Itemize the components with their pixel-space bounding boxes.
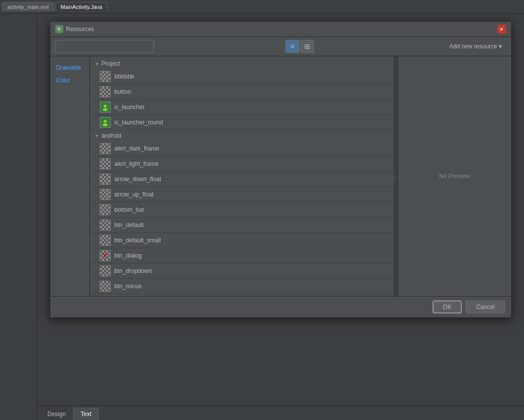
dialog-close-button[interactable]: × <box>497 25 506 34</box>
resource-name: alert_dark_frame <box>115 145 160 152</box>
resource-name: bbbbbb <box>115 73 134 80</box>
resource-name: ic_launcher_round <box>115 119 163 126</box>
resource-name: arrow_down_float <box>115 176 161 183</box>
list-item[interactable]: btn_default <box>90 218 394 233</box>
preview-area: No Preview <box>398 56 511 296</box>
add-resource-label: Add new resource <box>449 43 497 50</box>
left-panel <box>0 14 37 420</box>
grid-view-button[interactable]: ⊞ <box>300 40 314 53</box>
svg-point-2 <box>104 120 107 123</box>
resource-icon <box>100 220 111 230</box>
resource-icon <box>100 71 111 82</box>
ide-background: R Resources × 🔍 ≡ ⊞ Ad <box>37 14 524 420</box>
resource-name: btn_default <box>115 222 144 229</box>
resource-icon <box>100 158 111 169</box>
resource-name: btn_minus <box>115 283 142 290</box>
svg-point-0 <box>104 105 107 108</box>
dialog-overlay: R Resources × 🔍 ≡ ⊞ Ad <box>37 19 524 420</box>
android-section-header: ▼ android <box>90 130 394 141</box>
list-item[interactable]: ic_launcher <box>90 100 394 115</box>
resource-icon <box>100 250 111 261</box>
list-item[interactable]: bottom_bar <box>90 202 394 218</box>
tab-activity-main[interactable]: activity_main.xml <box>2 2 54 11</box>
resource-name: btn_default_small <box>115 237 161 244</box>
list-item[interactable]: arrow_down_float <box>90 172 394 187</box>
resource-icon <box>100 281 111 292</box>
sidebar-item-color[interactable]: Color <box>50 74 89 87</box>
android-section-label: android <box>101 132 121 139</box>
svg-point-1 <box>103 108 108 111</box>
list-item[interactable]: ic_launcher_round <box>90 115 394 130</box>
resource-name: btn_dialog <box>115 252 142 259</box>
search-input[interactable] <box>55 40 154 53</box>
bottom-tabs: Design Text <box>37 405 524 420</box>
list-item[interactable]: alert_light_frame <box>90 156 394 172</box>
dialog-footer: OK Cancel <box>50 296 511 317</box>
list-item[interactable]: btn_default_small <box>90 233 394 248</box>
resource-icon <box>100 204 111 215</box>
resource-icon <box>100 102 111 113</box>
list-view-button[interactable]: ≡ <box>285 40 299 53</box>
resource-icon <box>100 174 111 185</box>
ok-button[interactable]: OK <box>433 301 462 313</box>
tab-mainactivity[interactable]: MainActivity.Java <box>55 2 108 11</box>
sidebar-item-drawable[interactable]: Drawable <box>50 61 89 74</box>
list-item[interactable]: alert_dark_frame <box>90 141 394 156</box>
resize-handle[interactable]: ⋮ <box>394 56 398 296</box>
top-bar: activity_main.xml MainActivity.Java <box>0 0 524 14</box>
resource-name: button <box>115 88 131 95</box>
list-item[interactable]: btn_dialog <box>90 248 394 264</box>
svg-point-3 <box>103 123 108 126</box>
resource-icon <box>100 189 111 200</box>
dialog-app-icon: R <box>55 25 63 33</box>
resources-dialog: R Resources × 🔍 ≡ ⊞ Ad <box>50 21 512 318</box>
resource-icon <box>100 266 111 276</box>
project-section-header: ▼ Project <box>90 58 394 69</box>
resource-icon <box>100 235 111 246</box>
project-section-label: Project <box>101 60 120 67</box>
resource-name: bottom_bar <box>115 206 145 213</box>
project-arrow-icon: ▼ <box>95 61 100 67</box>
search-wrapper: 🔍 <box>55 40 154 53</box>
dialog-body: Drawable Color ▼ Project bbbbb <box>50 56 511 296</box>
no-preview-label: No Preview <box>439 173 469 180</box>
cancel-button[interactable]: Cancel <box>466 301 505 313</box>
list-item[interactable]: btn_dropdown <box>90 264 394 279</box>
add-resource-dropdown-icon: ▾ <box>499 43 502 50</box>
tab-text[interactable]: Text <box>73 408 99 420</box>
list-item[interactable]: arrow_up_float <box>90 187 394 202</box>
list-item[interactable]: bbbbbb <box>90 69 394 84</box>
tab-design[interactable]: Design <box>40 408 73 420</box>
resource-icon <box>100 117 111 128</box>
resource-name: ic_launcher <box>115 104 145 111</box>
resource-name: arrow_up_float <box>115 191 154 198</box>
dialog-toolbar: 🔍 ≡ ⊞ Add new resource ▾ <box>50 37 511 56</box>
resource-name: btn_dropdown <box>115 267 152 274</box>
view-toggle: ≡ ⊞ <box>285 40 314 53</box>
resource-icon <box>100 143 111 154</box>
resource-type-sidebar: Drawable Color <box>50 56 90 296</box>
dialog-titlebar: R Resources × <box>50 22 511 37</box>
resource-list[interactable]: ▼ Project bbbbbb button <box>90 56 394 296</box>
main-area: R Resources × 🔍 ≡ ⊞ Ad <box>0 14 524 420</box>
resource-name: alert_light_frame <box>115 160 159 167</box>
resource-icon <box>100 86 111 97</box>
dialog-title: Resources <box>66 26 94 33</box>
list-item[interactable]: button <box>90 84 394 100</box>
android-arrow-icon: ▼ <box>95 133 100 139</box>
list-item[interactable]: btn_minus <box>90 279 394 294</box>
add-resource-button[interactable]: Add new resource ▾ <box>445 41 506 52</box>
